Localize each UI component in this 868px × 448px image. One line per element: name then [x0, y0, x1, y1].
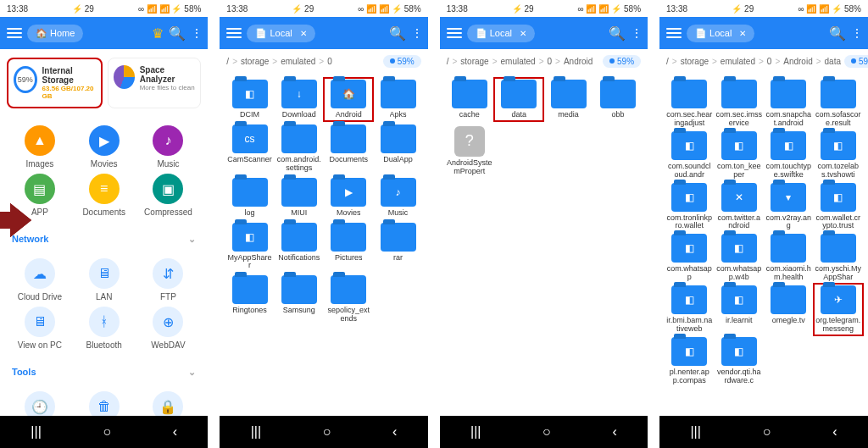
local-pill[interactable]: 📄 Local✕ — [687, 25, 754, 42]
folder-item[interactable]: ↓Download — [275, 78, 324, 121]
folder-item[interactable]: log — [225, 176, 274, 219]
folder-item[interactable]: ◧com.soundcloud.andr — [665, 130, 715, 181]
more-icon[interactable]: ⋮ — [851, 26, 861, 40]
folder-item[interactable]: 🏠Android — [324, 78, 373, 121]
folder-item[interactable]: ♪Music — [373, 176, 422, 219]
category-music[interactable]: ♪Music — [137, 124, 200, 170]
folder-item[interactable]: MIUI — [275, 176, 324, 219]
folder-item[interactable]: ◧com.tozelabs.tvshowti — [814, 130, 864, 181]
category-icon: ☁ — [25, 258, 55, 289]
crown-icon[interactable]: ♛ — [152, 25, 164, 41]
folder-item[interactable]: ◧MyAppSharer — [225, 221, 274, 273]
internal-storage-card[interactable]: 59% Internal Storage63.56 GB/107.20 GB — [7, 58, 103, 108]
space-analyzer-card[interactable]: Space AnalyzerMore files to clean — [108, 58, 202, 108]
home-button[interactable]: ○ — [103, 424, 111, 440]
category-icon: ⇵ — [153, 258, 183, 289]
folder-item[interactable]: ✈org.telegram.messeng — [814, 284, 864, 335]
back-button[interactable]: ‹ — [173, 424, 177, 440]
network-grid: ☁Cloud Drive🖥LAN⇵FTP🖥View on PCᚼBluetoot… — [7, 252, 201, 357]
breadcrumb[interactable]: />storage>emulated>0>Android>data59% — [659, 49, 868, 73]
folder-item[interactable]: com.sofascore.result — [814, 78, 864, 130]
category-encrypted[interactable]: 🔒Encrypted — [137, 390, 200, 416]
folder-item[interactable]: DualApp — [373, 123, 422, 174]
folder-item[interactable]: com.sec.imsservice — [715, 78, 765, 130]
search-icon[interactable]: 🔍 — [609, 25, 626, 41]
folder-item[interactable]: ◧pl.nenter.app.compas — [665, 335, 715, 387]
local-pill[interactable]: 📄 Local✕ — [247, 25, 314, 42]
folder-item[interactable]: omegle.tv — [764, 284, 814, 335]
folder-item[interactable]: ◧com.tronlinkpro.wallet — [665, 181, 715, 233]
menu-icon[interactable] — [226, 28, 242, 38]
breadcrumb[interactable]: />storage>emulated>0>Android59% — [440, 49, 648, 73]
recent-apps-button[interactable]: ||| — [31, 424, 41, 440]
close-icon[interactable]: ✕ — [300, 29, 307, 38]
folder-item[interactable]: media — [543, 78, 593, 121]
category-webdav[interactable]: ⊕WebDAV — [137, 305, 200, 351]
category-movies[interactable]: ▶Movies — [73, 124, 136, 170]
local-pill[interactable]: 📄 Local✕ — [467, 25, 535, 42]
folder-item[interactable]: com.xiaomi.hm.health — [764, 232, 814, 284]
category-icon: 🕘 — [25, 391, 55, 416]
folder-item[interactable]: Pictures — [324, 221, 373, 273]
folder-item[interactable]: com.yschi.MyAppShar — [814, 232, 864, 284]
folder-item[interactable]: Apks — [373, 78, 422, 121]
category-ftp[interactable]: ⇵FTP — [137, 257, 200, 303]
category-recent[interactable]: 🕘Recent — [8, 390, 71, 416]
category-lan[interactable]: 🖥LAN — [73, 257, 136, 303]
folder-item[interactable]: ◧DCIM — [225, 78, 274, 121]
folder-item[interactable]: ◧com.wallet.crypto.trust — [814, 181, 864, 233]
folder-item[interactable]: Ringtones — [225, 274, 274, 325]
category-view on pc[interactable]: 🖥View on PC — [8, 305, 71, 351]
system-properties-item[interactable]: ? AndroidSystemPropert — [445, 124, 494, 178]
folder-item[interactable]: Samsung — [275, 274, 324, 325]
folder-item[interactable]: ◧com.touchtype.swiftke — [764, 130, 814, 181]
search-icon[interactable]: 🔍 — [169, 25, 186, 41]
chevron-down-icon[interactable]: ⌄ — [188, 234, 196, 245]
close-icon[interactable]: ✕ — [739, 29, 746, 38]
category-bluetooth[interactable]: ᚼBluetooth — [73, 305, 136, 351]
folder-item[interactable]: ▶Movies — [324, 176, 373, 219]
folder-item[interactable]: rar — [373, 221, 422, 273]
close-icon[interactable]: ✕ — [520, 29, 526, 38]
breadcrumb[interactable]: />storage>emulated>059% — [220, 49, 427, 73]
category-images[interactable]: ▲Images — [8, 124, 71, 170]
folder-item[interactable]: ◧com.whatsapp — [665, 232, 715, 284]
folder-item[interactable]: ◧ir.bmi.bam.nativeweb — [665, 284, 715, 335]
folder-item[interactable]: ◧com.ton_keeper — [715, 130, 765, 181]
category-recycle bin[interactable]: 🗑Recycle Bin — [73, 390, 136, 416]
chevron-down-icon[interactable]: ⌄ — [188, 367, 196, 378]
folder-item[interactable]: com.android.settings — [275, 123, 324, 174]
folder-item[interactable]: ◧com.whatsapp.w4b — [715, 232, 765, 284]
folder-icon: ✈ — [821, 285, 856, 314]
search-icon[interactable]: 🔍 — [389, 25, 406, 41]
menu-icon[interactable] — [447, 28, 462, 38]
category-documents[interactable]: ≡Documents — [73, 172, 136, 218]
folder-item[interactable]: csCamScanner — [225, 123, 274, 174]
menu-icon[interactable] — [666, 28, 682, 38]
more-icon[interactable]: ⋮ — [631, 26, 641, 40]
more-icon[interactable]: ⋮ — [191, 26, 201, 40]
folder-item[interactable]: ◧ir.learnit — [715, 284, 765, 335]
folder-item[interactable]: obb — [593, 78, 643, 121]
storage-ring: 59% — [14, 66, 37, 93]
folder-item[interactable]: Documents — [324, 123, 373, 174]
folder-item[interactable]: ◧vendor.qti.hardware.c — [715, 335, 765, 387]
search-icon[interactable]: 🔍 — [829, 25, 846, 41]
folder-item[interactable]: com.sec.hearingadjust — [665, 78, 715, 130]
folder-icon: ◧ — [721, 131, 757, 160]
folder-icon: ♪ — [381, 178, 416, 207]
category-compressed[interactable]: ▣Compressed — [137, 172, 200, 218]
category-icon: 🔒 — [153, 391, 183, 416]
folder-item[interactable]: com.snapchat.android — [764, 78, 814, 130]
folder-item[interactable]: data — [494, 78, 543, 121]
folder-item[interactable]: ▾com.v2ray.ang — [764, 181, 814, 233]
pie-icon — [114, 65, 135, 89]
folder-item[interactable]: sepolicy_extends — [324, 274, 373, 325]
more-icon[interactable]: ⋮ — [411, 26, 421, 40]
category-cloud drive[interactable]: ☁Cloud Drive — [8, 257, 71, 303]
folder-item[interactable]: cache — [445, 78, 494, 121]
folder-item[interactable]: ✕com.twitter.android — [715, 181, 765, 233]
home-pill[interactable]: 🏠 Home — [27, 25, 83, 42]
folder-item[interactable]: Notifications — [275, 221, 324, 273]
menu-icon[interactable] — [7, 28, 22, 38]
